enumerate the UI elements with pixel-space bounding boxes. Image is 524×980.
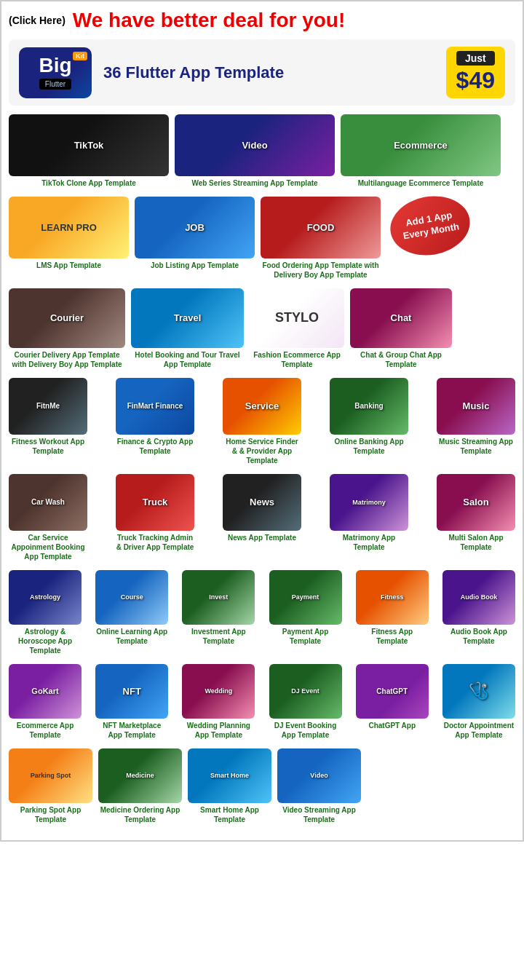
app-service[interactable]: Service Home Service Finder & & Provider… [223, 378, 301, 465]
app-fitness2[interactable]: Fitness Fitness App Template [356, 570, 429, 646]
thumb-lms: LEARN PRO [9, 197, 129, 258]
thumb-smarthome: Smart Home [188, 748, 271, 803]
app-banking[interactable]: Banking Online Banking App Template [330, 378, 408, 456]
thumb-wedding: Wedding [182, 664, 255, 719]
thumb-music: Music [437, 378, 515, 435]
wedding-inner: Wedding [202, 684, 235, 698]
matrimony-inner: Matrimony [349, 496, 389, 510]
thumb-banking: Banking [330, 378, 408, 435]
fitness2-inner: Fitness [378, 590, 407, 604]
thumb-courier: Courier [9, 288, 125, 348]
banking-inner: Banking [352, 399, 386, 414]
videostream-inner: Video [307, 769, 330, 783]
app-salon[interactable]: Salon Multi Salon App Template [437, 474, 515, 552]
app-course[interactable]: Course Online Learning App Template [95, 570, 168, 646]
app-nft[interactable]: NFT NFT Marketplace App Template [95, 664, 168, 740]
thumb-chat: Chat [350, 288, 452, 348]
app-truck[interactable]: Truck Truck Tracking Admin & Driver App … [116, 474, 194, 552]
ecommerce-label: Multilanguage Ecommerce Template [358, 178, 484, 188]
deal-title: We have better deal for you! [73, 9, 345, 32]
app-courier[interactable]: Courier Courier Delivery App Template wi… [9, 288, 125, 369]
app-carwash[interactable]: Car Wash Car Service Appoinment Booking … [9, 474, 87, 561]
medicine-inner: Medicine [123, 769, 157, 783]
app-hotel[interactable]: Travel Hotel Booking and Tour Travel App… [131, 288, 244, 369]
app-djevent[interactable]: DJ Event DJ Event Booking App Template [269, 664, 342, 740]
app-wedding[interactable]: Wedding Wedding Planning App Template [182, 664, 255, 740]
price-tag: Just $49 [446, 47, 505, 98]
courier-inner: Courier [47, 309, 87, 327]
thumb-fashion: STYLO [250, 288, 344, 348]
music-inner: Music [460, 398, 493, 415]
app-doctor[interactable]: 🩺 Doctor Appointment App Template [442, 664, 515, 740]
thumb-doctor: 🩺 [442, 664, 515, 719]
app-parking[interactable]: Parking Spot Parking Spot App Template [9, 748, 92, 824]
app-smarthome[interactable]: Smart Home Smart Home App Template [188, 748, 271, 824]
row-4: FitnMe Fitness Workout App Template FinM… [9, 378, 515, 468]
thumb-videostream: Video [277, 748, 361, 803]
app-gokart[interactable]: GoKart Ecommerce App Template [9, 664, 82, 740]
row-7: GoKart Ecommerce App Template NFT NFT Ma… [9, 664, 515, 743]
invest-inner: Invest [206, 590, 231, 604]
thumb-payment: Payment [269, 570, 342, 625]
carwash-label: Car Service Appoinment Booking App Templ… [9, 533, 87, 561]
row-6: Astrology Astrology & Horoscope App Temp… [9, 570, 515, 658]
app-news[interactable]: News News App Template [223, 474, 301, 542]
thumb-matrimony: Matrimony [330, 474, 408, 531]
row-2: LEARN PRO LMS App Template JOB Job Listi… [9, 197, 515, 282]
app-ecommerce[interactable]: Ecommerce Multilanguage Ecommerce Templa… [341, 114, 501, 188]
app-food[interactable]: FOOD Food Ordering App Template with Del… [261, 197, 381, 280]
payment-inner: Payment [289, 590, 322, 604]
fashion-label: Fashion Ecommerce App Template [250, 350, 344, 369]
app-job[interactable]: JOB Job Listing App Template [135, 197, 255, 270]
app-medicine[interactable]: Medicine Medicine Ordering App Template [98, 748, 182, 824]
payment-label: Payment App Template [269, 627, 342, 646]
salon-inner: Salon [460, 494, 491, 511]
big-text: Big [39, 55, 71, 76]
video-label: Web Series Streaming App Template [191, 178, 317, 188]
app-videostream[interactable]: Video Video Streaming App Template [277, 748, 361, 824]
app-matrimony[interactable]: Matrimony Matrimony App Template [330, 474, 408, 552]
app-chat[interactable]: Chat Chat & Group Chat App Template [350, 288, 452, 369]
truck-label: Truck Tracking Admin & Driver App Templa… [116, 533, 194, 552]
smarthome-inner: Smart Home [207, 769, 252, 783]
app-fashion[interactable]: STYLO Fashion Ecommerce App Template [250, 288, 344, 369]
app-chatgpt[interactable]: ChatGPT ChatGPT App [356, 664, 429, 730]
thumb-parking: Parking Spot [9, 748, 92, 803]
app-finance[interactable]: FinMart Finance Finance & Crypto App Tem… [116, 378, 194, 456]
row-3: Courier Courier Delivery App Template wi… [9, 288, 515, 372]
thumb-nft: NFT [95, 664, 168, 719]
row-5: Car Wash Car Service Appoinment Booking … [9, 474, 515, 564]
app-lms[interactable]: LEARN PRO LMS App Template [9, 197, 129, 270]
nft-inner: NFT [120, 683, 144, 700]
main-container: (Click Here) We have better deal for you… [0, 0, 524, 842]
invest-label: Investment App Template [182, 627, 255, 646]
news-inner: News [247, 494, 277, 511]
astrology-label: Astrology & Horoscope App Template [9, 627, 82, 655]
parking-label: Parking Spot App Template [9, 805, 92, 824]
salon-label: Multi Salon App Template [437, 533, 515, 552]
bundle-logo: Kit Big Flutter [19, 47, 92, 98]
app-audiobook[interactable]: Audio Book Audio Book App Template [442, 570, 515, 646]
app-video[interactable]: Video Web Series Streaming App Template [175, 114, 335, 188]
audiobook-inner: Audio Book [458, 590, 501, 604]
djevent-label: DJ Event Booking App Template [269, 721, 342, 740]
app-fitness[interactable]: FitnMe Fitness Workout App Template [9, 378, 87, 456]
thumb-djevent: DJ Event [269, 664, 342, 719]
kit-badge: Kit [73, 52, 87, 60]
medicine-label: Medicine Ordering App Template [98, 805, 182, 824]
app-astrology[interactable]: Astrology Astrology & Horoscope App Temp… [9, 570, 82, 655]
app-payment[interactable]: Payment Payment App Template [269, 570, 342, 646]
finance-inner: FinMart Finance [124, 399, 186, 414]
fitness-label: Fitness Workout App Template [9, 437, 87, 456]
audiobook-label: Audio Book App Template [442, 627, 515, 646]
videostream-label: Video Streaming App Template [277, 805, 361, 824]
chatgpt-inner: ChatGPT [373, 684, 410, 699]
thumb-service: Service [223, 378, 301, 435]
click-here-label[interactable]: (Click Here) [9, 15, 66, 26]
app-invest[interactable]: Invest Investment App Template [182, 570, 255, 646]
thumb-news: News [223, 474, 301, 531]
gokart-label: Ecommerce App Template [9, 721, 82, 740]
app-music[interactable]: Music Music Streaming App Template [437, 378, 515, 456]
video-inner: Video [239, 137, 270, 154]
app-tiktok[interactable]: TikTok TikTok Clone App Template [9, 114, 169, 188]
